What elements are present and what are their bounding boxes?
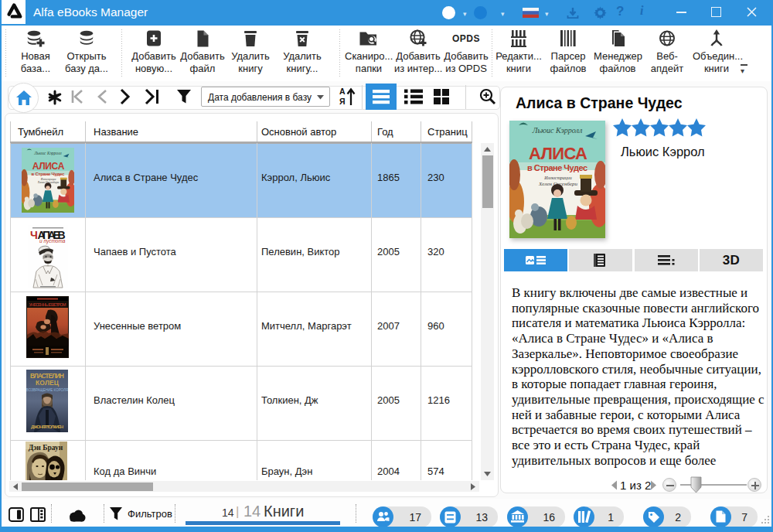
svg-text:Иллюстрации: Иллюстрации bbox=[40, 178, 56, 181]
svg-text:Льюис Кэрролл: Льюис Кэрролл bbox=[532, 126, 583, 135]
svg-text:ВОЗВРАЩЕНИЕ КОРОЛЯ: ВОЗВРАЩЕНИЕ КОРОЛЯ bbox=[26, 388, 68, 392]
svg-text:в Стране Чудес: в Стране Чудес bbox=[527, 163, 587, 172]
svg-text:КОЛЕЦ: КОЛЕЦ bbox=[36, 379, 60, 387]
svg-text:Иллюстрации: Иллюстрации bbox=[543, 176, 572, 180]
svg-text:УНЕСЕННЫЕ ВЕТРОМ: УНЕСЕННЫЕ ВЕТРОМ bbox=[29, 302, 66, 307]
svg-text:ДЖОН Р.Р. ТОЛКИЕН: ДЖОН Р.Р. ТОЛКИЕН bbox=[31, 425, 63, 429]
svg-text:Ч: Ч bbox=[30, 229, 38, 241]
svg-text:в Стране Чудес: в Стране Чудес bbox=[32, 172, 65, 176]
svg-text:Льюис Кэрролл: Льюис Кэрролл bbox=[33, 151, 62, 155]
svg-text:и пустота: и пустота bbox=[39, 238, 66, 244]
svg-text:АЛИСА: АЛИСА bbox=[529, 144, 587, 163]
svg-text:АЛИСА: АЛИСА bbox=[32, 161, 65, 172]
svg-text:Дэн Браун: Дэн Браун bbox=[29, 444, 63, 452]
